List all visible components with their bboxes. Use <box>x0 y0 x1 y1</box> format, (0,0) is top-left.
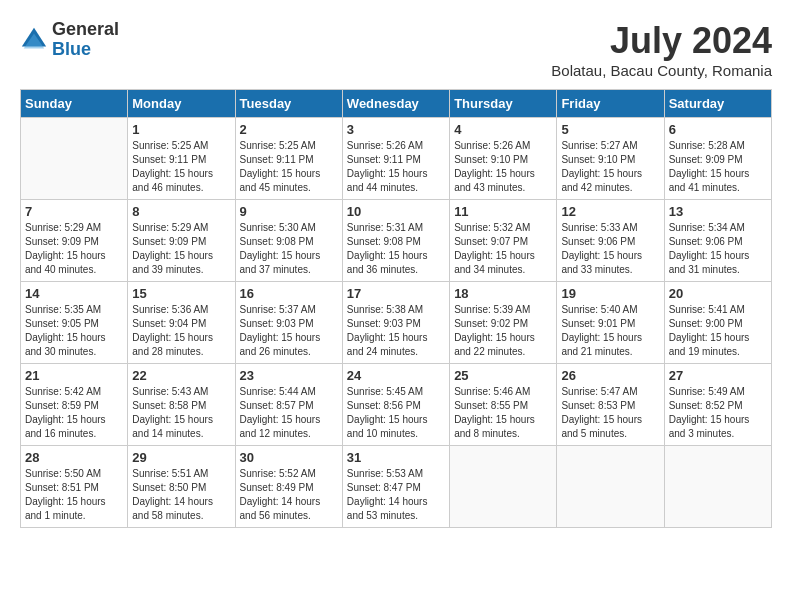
logo-blue-text: Blue <box>52 40 119 60</box>
calendar-header-row: SundayMondayTuesdayWednesdayThursdayFrid… <box>21 90 772 118</box>
calendar-cell: 12Sunrise: 5:33 AM Sunset: 9:06 PM Dayli… <box>557 200 664 282</box>
calendar-cell <box>557 446 664 528</box>
day-info: Sunrise: 5:35 AM Sunset: 9:05 PM Dayligh… <box>25 303 123 359</box>
calendar-cell: 19Sunrise: 5:40 AM Sunset: 9:01 PM Dayli… <box>557 282 664 364</box>
day-number: 18 <box>454 286 552 301</box>
day-number: 20 <box>669 286 767 301</box>
day-info: Sunrise: 5:25 AM Sunset: 9:11 PM Dayligh… <box>132 139 230 195</box>
day-number: 12 <box>561 204 659 219</box>
day-info: Sunrise: 5:40 AM Sunset: 9:01 PM Dayligh… <box>561 303 659 359</box>
day-info: Sunrise: 5:27 AM Sunset: 9:10 PM Dayligh… <box>561 139 659 195</box>
calendar-cell: 29Sunrise: 5:51 AM Sunset: 8:50 PM Dayli… <box>128 446 235 528</box>
day-number: 29 <box>132 450 230 465</box>
calendar-cell: 31Sunrise: 5:53 AM Sunset: 8:47 PM Dayli… <box>342 446 449 528</box>
day-number: 2 <box>240 122 338 137</box>
calendar-week-4: 21Sunrise: 5:42 AM Sunset: 8:59 PM Dayli… <box>21 364 772 446</box>
calendar-cell: 21Sunrise: 5:42 AM Sunset: 8:59 PM Dayli… <box>21 364 128 446</box>
day-number: 14 <box>25 286 123 301</box>
calendar-cell: 16Sunrise: 5:37 AM Sunset: 9:03 PM Dayli… <box>235 282 342 364</box>
day-info: Sunrise: 5:31 AM Sunset: 9:08 PM Dayligh… <box>347 221 445 277</box>
day-number: 31 <box>347 450 445 465</box>
day-number: 4 <box>454 122 552 137</box>
day-number: 6 <box>669 122 767 137</box>
calendar-cell: 2Sunrise: 5:25 AM Sunset: 9:11 PM Daylig… <box>235 118 342 200</box>
day-info: Sunrise: 5:39 AM Sunset: 9:02 PM Dayligh… <box>454 303 552 359</box>
day-info: Sunrise: 5:51 AM Sunset: 8:50 PM Dayligh… <box>132 467 230 523</box>
day-info: Sunrise: 5:33 AM Sunset: 9:06 PM Dayligh… <box>561 221 659 277</box>
day-number: 16 <box>240 286 338 301</box>
calendar-cell: 7Sunrise: 5:29 AM Sunset: 9:09 PM Daylig… <box>21 200 128 282</box>
calendar-table: SundayMondayTuesdayWednesdayThursdayFrid… <box>20 89 772 528</box>
calendar-cell <box>450 446 557 528</box>
calendar-cell: 18Sunrise: 5:39 AM Sunset: 9:02 PM Dayli… <box>450 282 557 364</box>
calendar-cell: 22Sunrise: 5:43 AM Sunset: 8:58 PM Dayli… <box>128 364 235 446</box>
day-info: Sunrise: 5:42 AM Sunset: 8:59 PM Dayligh… <box>25 385 123 441</box>
day-number: 11 <box>454 204 552 219</box>
month-year: July 2024 <box>551 20 772 62</box>
day-info: Sunrise: 5:47 AM Sunset: 8:53 PM Dayligh… <box>561 385 659 441</box>
calendar-cell: 20Sunrise: 5:41 AM Sunset: 9:00 PM Dayli… <box>664 282 771 364</box>
day-number: 24 <box>347 368 445 383</box>
day-number: 9 <box>240 204 338 219</box>
day-info: Sunrise: 5:32 AM Sunset: 9:07 PM Dayligh… <box>454 221 552 277</box>
day-number: 13 <box>669 204 767 219</box>
calendar-cell: 13Sunrise: 5:34 AM Sunset: 9:06 PM Dayli… <box>664 200 771 282</box>
day-number: 28 <box>25 450 123 465</box>
day-info: Sunrise: 5:38 AM Sunset: 9:03 PM Dayligh… <box>347 303 445 359</box>
day-info: Sunrise: 5:43 AM Sunset: 8:58 PM Dayligh… <box>132 385 230 441</box>
calendar-cell: 8Sunrise: 5:29 AM Sunset: 9:09 PM Daylig… <box>128 200 235 282</box>
calendar-cell: 15Sunrise: 5:36 AM Sunset: 9:04 PM Dayli… <box>128 282 235 364</box>
calendar-week-2: 7Sunrise: 5:29 AM Sunset: 9:09 PM Daylig… <box>21 200 772 282</box>
day-info: Sunrise: 5:36 AM Sunset: 9:04 PM Dayligh… <box>132 303 230 359</box>
title-area: July 2024 Bolatau, Bacau County, Romania <box>551 20 772 79</box>
day-info: Sunrise: 5:30 AM Sunset: 9:08 PM Dayligh… <box>240 221 338 277</box>
day-info: Sunrise: 5:37 AM Sunset: 9:03 PM Dayligh… <box>240 303 338 359</box>
day-number: 23 <box>240 368 338 383</box>
calendar-cell: 9Sunrise: 5:30 AM Sunset: 9:08 PM Daylig… <box>235 200 342 282</box>
calendar-cell: 17Sunrise: 5:38 AM Sunset: 9:03 PM Dayli… <box>342 282 449 364</box>
day-info: Sunrise: 5:50 AM Sunset: 8:51 PM Dayligh… <box>25 467 123 523</box>
day-number: 10 <box>347 204 445 219</box>
day-info: Sunrise: 5:44 AM Sunset: 8:57 PM Dayligh… <box>240 385 338 441</box>
day-number: 15 <box>132 286 230 301</box>
day-number: 5 <box>561 122 659 137</box>
day-header-saturday: Saturday <box>664 90 771 118</box>
day-number: 8 <box>132 204 230 219</box>
day-number: 3 <box>347 122 445 137</box>
day-info: Sunrise: 5:26 AM Sunset: 9:10 PM Dayligh… <box>454 139 552 195</box>
calendar-cell: 10Sunrise: 5:31 AM Sunset: 9:08 PM Dayli… <box>342 200 449 282</box>
calendar-cell <box>664 446 771 528</box>
day-info: Sunrise: 5:26 AM Sunset: 9:11 PM Dayligh… <box>347 139 445 195</box>
calendar-week-1: 1Sunrise: 5:25 AM Sunset: 9:11 PM Daylig… <box>21 118 772 200</box>
calendar-cell: 14Sunrise: 5:35 AM Sunset: 9:05 PM Dayli… <box>21 282 128 364</box>
day-number: 7 <box>25 204 123 219</box>
header: General Blue July 2024 Bolatau, Bacau Co… <box>20 20 772 79</box>
day-header-friday: Friday <box>557 90 664 118</box>
day-header-thursday: Thursday <box>450 90 557 118</box>
logo-general-text: General <box>52 20 119 40</box>
calendar-cell: 11Sunrise: 5:32 AM Sunset: 9:07 PM Dayli… <box>450 200 557 282</box>
day-number: 27 <box>669 368 767 383</box>
calendar-week-3: 14Sunrise: 5:35 AM Sunset: 9:05 PM Dayli… <box>21 282 772 364</box>
calendar-cell: 26Sunrise: 5:47 AM Sunset: 8:53 PM Dayli… <box>557 364 664 446</box>
calendar-cell: 23Sunrise: 5:44 AM Sunset: 8:57 PM Dayli… <box>235 364 342 446</box>
day-number: 19 <box>561 286 659 301</box>
calendar-cell: 25Sunrise: 5:46 AM Sunset: 8:55 PM Dayli… <box>450 364 557 446</box>
calendar-cell: 27Sunrise: 5:49 AM Sunset: 8:52 PM Dayli… <box>664 364 771 446</box>
day-header-monday: Monday <box>128 90 235 118</box>
logo: General Blue <box>20 20 119 60</box>
day-number: 1 <box>132 122 230 137</box>
day-info: Sunrise: 5:46 AM Sunset: 8:55 PM Dayligh… <box>454 385 552 441</box>
day-info: Sunrise: 5:25 AM Sunset: 9:11 PM Dayligh… <box>240 139 338 195</box>
day-info: Sunrise: 5:29 AM Sunset: 9:09 PM Dayligh… <box>132 221 230 277</box>
day-number: 30 <box>240 450 338 465</box>
calendar-cell: 30Sunrise: 5:52 AM Sunset: 8:49 PM Dayli… <box>235 446 342 528</box>
day-number: 17 <box>347 286 445 301</box>
day-number: 25 <box>454 368 552 383</box>
day-number: 21 <box>25 368 123 383</box>
calendar-cell: 24Sunrise: 5:45 AM Sunset: 8:56 PM Dayli… <box>342 364 449 446</box>
logo-icon <box>20 26 48 54</box>
day-info: Sunrise: 5:45 AM Sunset: 8:56 PM Dayligh… <box>347 385 445 441</box>
calendar-cell: 5Sunrise: 5:27 AM Sunset: 9:10 PM Daylig… <box>557 118 664 200</box>
day-info: Sunrise: 5:53 AM Sunset: 8:47 PM Dayligh… <box>347 467 445 523</box>
